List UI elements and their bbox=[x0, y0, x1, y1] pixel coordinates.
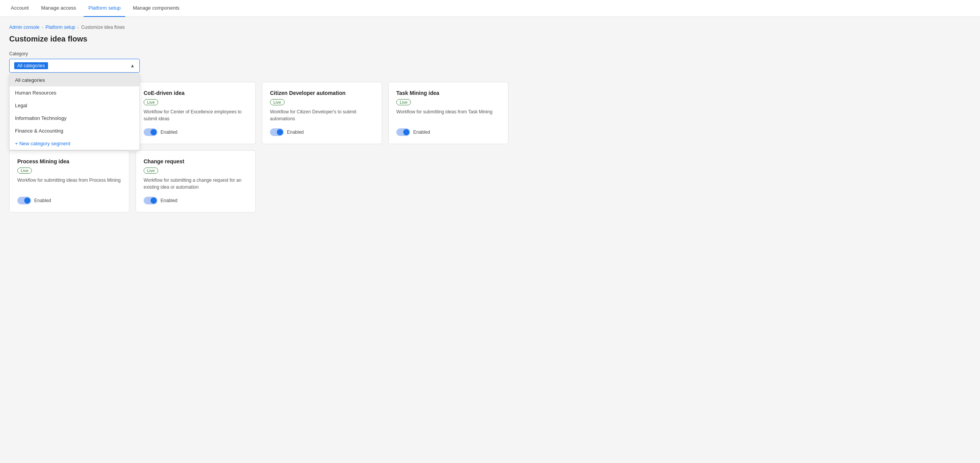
breadcrumb-separator: › bbox=[42, 25, 43, 30]
toggle-switch[interactable] bbox=[144, 197, 157, 204]
toggle-thumb bbox=[403, 129, 409, 135]
idea-card-task-mining-idea: Task Mining ideaLiveWorkflow for submitt… bbox=[388, 82, 508, 144]
breadcrumb-current: Customize idea flows bbox=[81, 25, 124, 30]
nav-item-manage-components[interactable]: Manage components bbox=[128, 0, 184, 17]
category-dropdown-trigger[interactable]: All categories ▲ bbox=[9, 59, 140, 73]
toggle-track bbox=[396, 128, 410, 136]
toggle-track bbox=[270, 128, 284, 136]
breadcrumb: Admin console›Platform setup›Customize i… bbox=[9, 25, 528, 30]
dropdown-option[interactable]: Information Technology bbox=[10, 112, 139, 124]
category-dropdown-wrapper: All categories ▲ All categoriesHuman Res… bbox=[9, 59, 140, 73]
main-content: Admin console›Platform setup›Customize i… bbox=[0, 17, 538, 220]
toggle-thumb bbox=[277, 129, 283, 135]
card-footer: Enabled bbox=[144, 128, 248, 136]
cards-row-2: Process Mining ideaLiveWorkflow for subm… bbox=[9, 150, 508, 212]
chevron-up-icon: ▲ bbox=[130, 63, 135, 68]
live-badge: Live bbox=[396, 99, 411, 105]
dropdown-option[interactable]: Finance & Accounting bbox=[10, 124, 139, 137]
card-title: Task Mining idea bbox=[396, 90, 500, 96]
card-description: Workflow for Center of Excellence employ… bbox=[144, 108, 248, 122]
card-description: Workflow for submitting a change request… bbox=[144, 177, 248, 191]
card-footer: Enabled bbox=[144, 197, 248, 204]
breadcrumb-separator: › bbox=[78, 25, 79, 30]
top-navigation: AccountManage accessPlatform setupManage… bbox=[0, 0, 980, 17]
toggle-switch[interactable] bbox=[396, 128, 410, 136]
dropdown-option[interactable]: Legal bbox=[10, 99, 139, 112]
toggle-label: Enabled bbox=[413, 129, 430, 135]
toggle-track bbox=[144, 128, 157, 136]
nav-item-platform-setup[interactable]: Platform setup bbox=[84, 0, 125, 17]
toggle-label: Enabled bbox=[161, 129, 177, 135]
category-label: Category bbox=[9, 51, 528, 56]
toggle-switch[interactable] bbox=[17, 197, 31, 204]
card-title: Process Mining idea bbox=[17, 158, 121, 164]
live-badge: Live bbox=[144, 168, 158, 174]
toggle-label: Enabled bbox=[287, 129, 304, 135]
card-description: Workflow for submitting ideas from Proce… bbox=[17, 177, 121, 191]
nav-item-account[interactable]: Account bbox=[6, 0, 33, 17]
card-description: Workflow for submitting ideas from Task … bbox=[396, 108, 500, 122]
card-footer: Enabled bbox=[17, 197, 121, 204]
toggle-switch[interactable] bbox=[144, 128, 157, 136]
card-footer: Enabled bbox=[270, 128, 374, 136]
idea-card-process-mining-idea: Process Mining ideaLiveWorkflow for subm… bbox=[9, 150, 129, 212]
dropdown-option[interactable]: + New category segment bbox=[10, 137, 139, 150]
page-title: Customize idea flows bbox=[9, 35, 528, 43]
card-footer: Enabled bbox=[396, 128, 500, 136]
toggle-thumb bbox=[24, 197, 30, 204]
toggle-label: Enabled bbox=[161, 198, 177, 203]
dropdown-option[interactable]: Human Resources bbox=[10, 86, 139, 99]
nav-item-manage-access[interactable]: Manage access bbox=[36, 0, 81, 17]
live-badge: Live bbox=[17, 168, 32, 174]
live-badge: Live bbox=[144, 99, 158, 105]
card-title: Change request bbox=[144, 158, 248, 164]
live-badge: Live bbox=[270, 99, 285, 105]
idea-card-citizen-developer-automation: Citizen Developer automationLiveWorkflow… bbox=[262, 82, 382, 144]
toggle-track bbox=[17, 197, 31, 204]
dropdown-selected-value: All categories bbox=[14, 62, 48, 69]
toggle-label: Enabled bbox=[34, 198, 51, 203]
card-description: Workflow for Citizen Developer's to subm… bbox=[270, 108, 374, 122]
card-title: CoE-driven idea bbox=[144, 90, 248, 96]
toggle-switch[interactable] bbox=[270, 128, 284, 136]
dropdown-option[interactable]: All categories bbox=[10, 74, 139, 86]
breadcrumb-link-admin-console[interactable]: Admin console bbox=[9, 25, 40, 30]
toggle-thumb bbox=[151, 197, 157, 204]
dropdown-menu: All categoriesHuman ResourcesLegalInform… bbox=[9, 73, 140, 150]
toggle-track bbox=[144, 197, 157, 204]
breadcrumb-link-platform-setup[interactable]: Platform setup bbox=[45, 25, 75, 30]
idea-card-change-request: Change requestLiveWorkflow for submittin… bbox=[136, 150, 256, 212]
card-title: Citizen Developer automation bbox=[270, 90, 374, 96]
toggle-thumb bbox=[151, 129, 157, 135]
idea-card-coe-driven-idea: CoE-driven ideaLiveWorkflow for Center o… bbox=[136, 82, 256, 144]
